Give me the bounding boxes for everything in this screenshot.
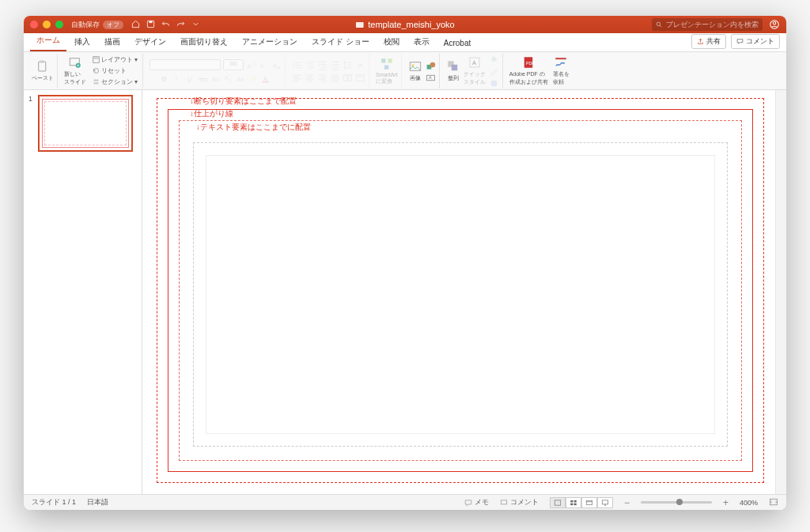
shape-outline-icon[interactable] xyxy=(489,66,499,76)
decrease-font-icon[interactable]: A xyxy=(259,59,269,70)
font-size-selector[interactable]: 60 xyxy=(223,59,244,70)
slideshow-view-icon[interactable] xyxy=(597,497,613,508)
minimize-icon[interactable] xyxy=(43,21,51,28)
normal-view-icon[interactable] xyxy=(550,497,566,508)
indent-increase-icon[interactable] xyxy=(330,59,340,70)
zoom-out-icon[interactable]: − xyxy=(624,497,630,508)
quick-style-button[interactable]: A クイック スタイル xyxy=(464,55,486,86)
fit-window-icon[interactable] xyxy=(769,497,778,508)
tab-animations[interactable]: アニメーション xyxy=(236,33,304,51)
increase-font-icon[interactable]: A xyxy=(246,59,256,70)
slide-thumbnail[interactable]: 1 xyxy=(28,95,137,152)
justify-icon[interactable] xyxy=(330,72,340,82)
numbering-icon[interactable]: 1 xyxy=(305,59,315,70)
tab-view[interactable]: 表示 xyxy=(407,33,436,51)
underline-icon[interactable]: U xyxy=(185,73,195,83)
zoom-in-icon[interactable]: + xyxy=(723,497,729,508)
comment-button[interactable]: コメント xyxy=(731,34,780,49)
textbox-icon[interactable]: A xyxy=(426,72,436,82)
redo-icon[interactable] xyxy=(176,17,185,32)
svg-point-27 xyxy=(293,62,295,63)
svg-text:1: 1 xyxy=(305,61,308,65)
signature-button[interactable]: 署名を 依頼 xyxy=(553,55,570,86)
svg-text:B: B xyxy=(161,74,167,82)
picture-button[interactable]: 画像 xyxy=(408,59,422,82)
shapes-icon[interactable] xyxy=(426,60,436,70)
home-icon[interactable] xyxy=(131,17,140,32)
search-input[interactable]: プレゼンテーション内を検索 xyxy=(652,18,763,31)
zoom-slider[interactable] xyxy=(641,501,712,504)
user-menu-icon[interactable] xyxy=(769,19,780,30)
adobe-pdf-button[interactable]: PDF Adobe PDF の 作成および共有 xyxy=(509,55,548,86)
line-spacing-icon[interactable] xyxy=(343,59,353,70)
columns-icon[interactable] xyxy=(343,72,353,82)
reading-view-icon[interactable] xyxy=(581,497,597,508)
svg-rect-58 xyxy=(586,500,592,504)
text-direction-icon[interactable]: IA xyxy=(355,59,365,70)
section-button[interactable]: セクション ▾ xyxy=(91,77,139,87)
tab-review[interactable]: 校閲 xyxy=(377,33,406,51)
highlight-icon[interactable] xyxy=(248,73,259,83)
language-label[interactable]: 日本語 xyxy=(87,497,108,507)
tab-transitions[interactable]: 画面切り替え xyxy=(174,33,234,51)
shape-fill-icon[interactable] xyxy=(489,54,499,64)
tab-draw[interactable]: 描画 xyxy=(98,33,127,51)
inner-box xyxy=(206,155,715,434)
tab-slideshow[interactable]: スライド ショー xyxy=(305,33,376,51)
zoom-knob[interactable] xyxy=(676,499,683,505)
tab-home[interactable]: ホーム xyxy=(30,32,66,51)
save-icon[interactable] xyxy=(146,17,155,32)
zoom-percent[interactable]: 400% xyxy=(740,499,758,507)
notes-button[interactable]: メモ xyxy=(464,497,489,507)
indent-decrease-icon[interactable] xyxy=(317,59,327,70)
slide-canvas[interactable]: ↓断ち切り要素はここまで配置 ↓仕上がり線 ↓テキスト要素はここまでに配置 xyxy=(142,90,786,494)
annotation-safe: ↓テキスト要素はここまでに配置 xyxy=(196,122,311,133)
change-case-icon[interactable]: Aa xyxy=(236,73,246,83)
align-text-icon[interactable] xyxy=(355,72,365,82)
font-color-icon[interactable]: A xyxy=(261,73,271,83)
clear-format-icon[interactable]: A xyxy=(271,59,282,70)
subscript-icon[interactable]: X2 xyxy=(223,73,233,83)
thumbnail-number: 1 xyxy=(28,95,35,152)
svg-text:A: A xyxy=(273,62,278,70)
svg-text:AV: AV xyxy=(212,75,221,82)
search-placeholder: プレゼンテーション内を検索 xyxy=(666,20,759,30)
paste-button[interactable]: ペースト xyxy=(32,59,54,82)
adobe-pdf-icon: PDF xyxy=(521,55,536,70)
bullets-icon[interactable] xyxy=(292,59,302,70)
smartart-button[interactable]: SmartArt に変換 xyxy=(376,57,398,85)
align-right-icon[interactable] xyxy=(317,72,327,82)
new-slide-button[interactable]: 新しい スライド xyxy=(64,55,86,86)
layout-button[interactable]: レイアウト ▾ xyxy=(91,55,139,65)
shape-effects-icon[interactable] xyxy=(489,77,499,88)
quick-access-toolbar xyxy=(131,17,200,32)
align-center-icon[interactable] xyxy=(305,72,315,82)
qat-more-icon[interactable] xyxy=(191,17,200,32)
tab-design[interactable]: デザイン xyxy=(128,33,172,51)
align-left-icon[interactable] xyxy=(292,72,302,82)
svg-rect-6 xyxy=(39,62,46,71)
status-bar: スライド 1 / 1 日本語 メモ コメント − + 400% xyxy=(24,494,786,510)
strike-icon[interactable]: abc xyxy=(198,73,208,83)
arrange-button[interactable]: 整列 xyxy=(446,59,460,82)
share-icon xyxy=(697,38,704,45)
svg-text:U: U xyxy=(187,74,191,81)
maximize-icon[interactable] xyxy=(55,21,63,28)
comments-button[interactable]: コメント xyxy=(500,497,539,507)
font-selector[interactable] xyxy=(150,59,221,70)
vertical-scrollbar[interactable] xyxy=(775,90,786,494)
reset-button[interactable]: リセット xyxy=(91,66,139,76)
share-button[interactable]: 共有 xyxy=(691,34,726,49)
bold-icon[interactable]: B xyxy=(160,73,170,83)
smartart-icon xyxy=(380,57,394,71)
italic-icon[interactable]: I xyxy=(172,73,183,83)
svg-rect-56 xyxy=(570,503,573,505)
close-icon[interactable] xyxy=(30,21,38,28)
tab-insert[interactable]: 挿入 xyxy=(68,33,97,51)
undo-icon[interactable] xyxy=(161,17,170,32)
tab-acrobat[interactable]: Acrobat xyxy=(437,36,477,51)
comments-icon xyxy=(500,499,508,507)
shadow-icon[interactable]: AV xyxy=(210,73,221,83)
autosave-toggle[interactable]: 自動保存 オフ xyxy=(71,20,123,30)
sorter-view-icon[interactable] xyxy=(566,497,581,508)
